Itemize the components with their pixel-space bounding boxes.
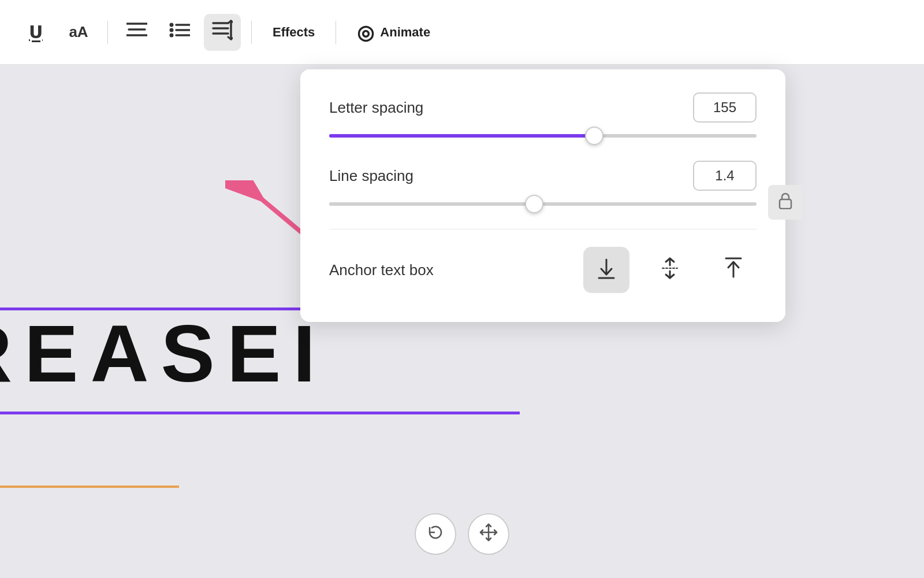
toolbar: U̲ aA: [0, 0, 924, 65]
bottom-controls: [415, 513, 509, 555]
animate-label: Animate: [380, 25, 430, 40]
letter-spacing-fill: [329, 134, 594, 138]
anchor-row: Anchor text box: [329, 247, 757, 293]
reset-button[interactable]: [415, 513, 456, 555]
anchor-middle-icon: [658, 256, 682, 284]
align-button[interactable]: [118, 14, 155, 51]
move-icon: [479, 523, 498, 546]
lock-area[interactable]: [768, 185, 803, 220]
animate-icon: ◎: [357, 21, 374, 44]
effects-button[interactable]: Effects: [262, 20, 325, 45]
anchor-up-icon: [721, 256, 746, 284]
underline-icon: U̲: [29, 22, 43, 42]
spacing-panel: Letter spacing 155 Line spacing 1.4 Anch…: [300, 69, 785, 322]
list-icon: [169, 21, 190, 43]
svg-rect-26: [780, 199, 791, 209]
line-spacing-label: Line spacing: [329, 167, 413, 185]
text-size-icon: aA: [69, 23, 88, 41]
text-size-button[interactable]: aA: [60, 14, 97, 51]
svg-point-5: [170, 34, 174, 38]
divider-3: [336, 21, 336, 44]
list-button[interactable]: [161, 14, 198, 51]
canvas-text: REASEI: [0, 313, 327, 394]
line-spacing-thumb[interactable]: [525, 195, 543, 213]
line-spacing-section: Line spacing 1.4: [329, 161, 757, 206]
lock-icon: [778, 192, 793, 213]
divider-1: [107, 21, 108, 44]
anchor-up-button[interactable]: [710, 247, 757, 293]
spacing-icon: [212, 20, 233, 45]
svg-point-3: [170, 23, 174, 27]
letter-spacing-label: Letter spacing: [329, 99, 423, 117]
anchor-middle-button[interactable]: [647, 247, 693, 293]
line-spacing-fill: [329, 202, 534, 206]
orange-arrow: [0, 478, 185, 495]
letter-spacing-value[interactable]: 155: [693, 92, 757, 123]
line-spacing-track[interactable]: [329, 202, 757, 206]
move-button[interactable]: [468, 513, 509, 555]
line-spacing-row: Line spacing 1.4: [329, 161, 757, 191]
align-icon: [126, 21, 147, 43]
letter-spacing-thumb[interactable]: [585, 127, 603, 145]
letter-spacing-section: Letter spacing 155: [329, 92, 757, 138]
animate-button[interactable]: ◎ Animate: [346, 16, 441, 49]
line-spacing-value[interactable]: 1.4: [693, 161, 757, 191]
anchor-label: Anchor text box: [329, 261, 566, 279]
purple-line-bottom: [0, 412, 520, 414]
anchor-down-icon: [594, 256, 619, 284]
reset-icon: [426, 523, 445, 546]
letter-spacing-track[interactable]: [329, 134, 757, 138]
underline-button[interactable]: U̲: [17, 14, 54, 51]
panel-divider: [329, 229, 757, 229]
anchor-down-button[interactable]: [583, 247, 629, 293]
letter-spacing-row: Letter spacing 155: [329, 92, 757, 123]
divider-2: [251, 21, 252, 44]
spacing-button[interactable]: [204, 14, 241, 51]
svg-point-4: [170, 28, 174, 32]
